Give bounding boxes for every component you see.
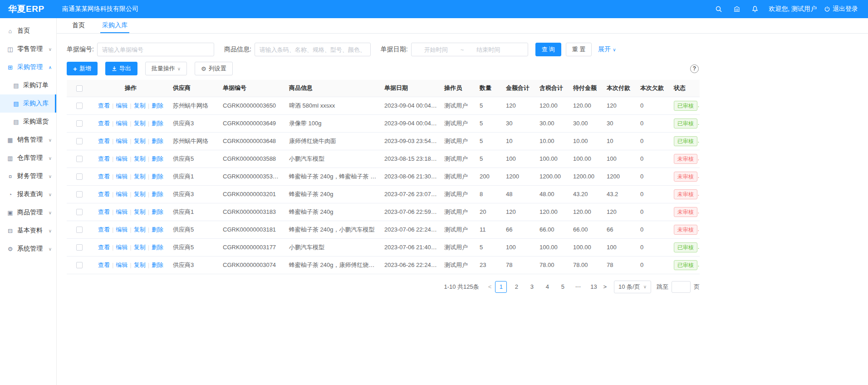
row-action-copy[interactable]: 复制 <box>134 102 146 109</box>
row-action-delete[interactable]: 删除 <box>152 208 163 215</box>
row-checkbox[interactable] <box>76 262 83 268</box>
row-action-view[interactable]: 查看 <box>98 138 110 144</box>
row-action-delete[interactable]: 删除 <box>152 120 163 127</box>
sidebar-item-goods[interactable]: ▣商品管理∨ <box>0 203 56 222</box>
pagination-page-5[interactable]: 5 <box>557 281 569 293</box>
pagination-page-2[interactable]: 2 <box>510 281 522 293</box>
prev-page-button[interactable]: < <box>485 283 495 290</box>
sidebar-item-basedata[interactable]: ⊟基本资料∨ <box>0 222 56 240</box>
row-checkbox[interactable] <box>76 191 83 197</box>
bill-no-input[interactable] <box>97 43 214 56</box>
start-date-input[interactable] <box>415 46 457 53</box>
search-button[interactable]: 查询 <box>535 43 561 56</box>
row-action-edit[interactable]: 编辑 <box>116 138 128 144</box>
row-action-edit[interactable]: 编辑 <box>116 191 128 197</box>
row-action-edit[interactable]: 编辑 <box>116 155 128 162</box>
notification-bell-icon[interactable] <box>751 5 759 13</box>
product-info-input[interactable] <box>255 43 371 56</box>
reset-button[interactable]: 重 置 <box>566 43 592 56</box>
row-checkbox[interactable] <box>76 156 83 162</box>
sidebar-item-warehouse[interactable]: ▥仓库管理∨ <box>0 149 56 167</box>
row-action-copy[interactable]: 复制 <box>134 155 146 162</box>
row-action-copy[interactable]: 复制 <box>134 262 146 268</box>
column-header-qty: 数量 <box>476 80 502 97</box>
date-range-picker[interactable]: ~ <box>411 43 528 56</box>
cell-operator: 测试用户 <box>441 150 476 168</box>
row-checkbox[interactable] <box>76 244 83 251</box>
row-action-copy[interactable]: 复制 <box>134 138 146 144</box>
sidebar-item-home[interactable]: ⌂首页 <box>0 22 56 40</box>
row-action-edit[interactable]: 编辑 <box>116 208 128 215</box>
row-checkbox[interactable] <box>76 173 83 180</box>
row-checkbox[interactable] <box>76 120 83 127</box>
row-action-delete[interactable]: 删除 <box>152 102 163 109</box>
row-checkbox[interactable] <box>76 103 83 109</box>
row-action-delete[interactable]: 删除 <box>152 244 163 251</box>
row-action-delete[interactable]: 删除 <box>152 155 163 162</box>
cell-qty: 5 <box>476 132 502 150</box>
sidebar-item-finance[interactable]: ¤财务管理∨ <box>0 167 56 185</box>
pagination-page-3[interactable]: 3 <box>526 281 538 293</box>
next-page-button[interactable]: > <box>600 283 609 290</box>
row-action-view[interactable]: 查看 <box>98 244 110 251</box>
cell-debt: 0 <box>637 238 670 256</box>
row-action-delete[interactable]: 删除 <box>152 191 163 197</box>
row-action-delete[interactable]: 删除 <box>152 262 163 268</box>
row-checkbox[interactable] <box>76 227 83 233</box>
row-action-copy[interactable]: 复制 <box>134 173 146 180</box>
row-action-copy[interactable]: 复制 <box>134 226 146 233</box>
row-action-delete[interactable]: 删除 <box>152 173 163 180</box>
row-action-view[interactable]: 查看 <box>98 102 110 109</box>
row-checkbox[interactable] <box>76 209 83 215</box>
batch-actions-button[interactable]: 批量操作 ∨ <box>145 62 187 75</box>
row-action-copy[interactable]: 复制 <box>134 244 146 251</box>
row-action-view[interactable]: 查看 <box>98 208 110 215</box>
row-checkbox[interactable] <box>76 138 83 144</box>
add-button[interactable]: + 新增 <box>67 62 98 75</box>
help-icon[interactable]: ? <box>690 64 699 73</box>
sidebar-item-purchase-in[interactable]: ▤采购入库 <box>0 94 56 113</box>
pagination-page-1[interactable]: 1 <box>495 281 507 293</box>
row-action-copy[interactable]: 复制 <box>134 208 146 215</box>
tab-purchase-in[interactable]: 采购入库 <box>100 18 129 33</box>
row-action-copy[interactable]: 复制 <box>134 120 146 127</box>
row-action-view[interactable]: 查看 <box>98 120 110 127</box>
logout-button[interactable]: 退出登录 <box>824 5 858 13</box>
row-action-delete[interactable]: 删除 <box>152 226 163 233</box>
row-action-view[interactable]: 查看 <box>98 262 110 268</box>
expand-link[interactable]: 展开 ∨ <box>598 45 616 54</box>
row-action-copy[interactable]: 复制 <box>134 191 146 197</box>
select-all-checkbox[interactable] <box>76 85 83 92</box>
row-action-view[interactable]: 查看 <box>98 155 110 162</box>
sidebar-item-label: 采购退货 <box>23 118 56 126</box>
row-action-delete[interactable]: 删除 <box>152 138 163 144</box>
row-action-view[interactable]: 查看 <box>98 191 110 197</box>
sidebar-item-sales[interactable]: ▦销售管理∨ <box>0 131 56 149</box>
row-action-edit[interactable]: 编辑 <box>116 226 128 233</box>
row-action-view[interactable]: 查看 <box>98 226 110 233</box>
sidebar-item-purchase-order[interactable]: ▤采购订单 <box>0 76 56 94</box>
sidebar-item-system[interactable]: ⚙系统管理∨ <box>0 240 56 258</box>
cell-bill-date: 2023-07-26 23:07:18 <box>381 185 441 203</box>
row-action-edit[interactable]: 编辑 <box>116 173 128 180</box>
sidebar-item-report[interactable]: ◔报表查询∨ <box>0 185 56 203</box>
row-action-edit[interactable]: 编辑 <box>116 102 128 109</box>
jump-page-input[interactable] <box>672 281 691 293</box>
row-action-edit[interactable]: 编辑 <box>116 120 128 127</box>
pagination-page-4[interactable]: 4 <box>541 281 553 293</box>
chevron-down-icon: ∨ <box>49 174 52 179</box>
bank-icon[interactable] <box>733 5 740 13</box>
export-button[interactable]: 导出 <box>105 62 137 75</box>
sidebar-item-purchase-return[interactable]: ▤采购退货 <box>0 113 56 131</box>
search-icon[interactable] <box>715 5 722 13</box>
sidebar-item-retail[interactable]: ◫零售管理∨ <box>0 40 56 58</box>
tab-home[interactable]: 首页 <box>70 18 87 33</box>
sidebar-item-purchase[interactable]: ⊞采购管理∧ <box>0 58 56 76</box>
row-action-edit[interactable]: 编辑 <box>116 262 128 268</box>
row-action-edit[interactable]: 编辑 <box>116 244 128 251</box>
row-action-view[interactable]: 查看 <box>98 173 110 180</box>
end-date-input[interactable] <box>467 46 509 53</box>
page-size-select[interactable]: 10 条/页 ∨ <box>614 281 651 293</box>
pagination-page-13[interactable]: 13 <box>588 281 599 293</box>
column-settings-button[interactable]: ⚙ 列设置 <box>195 62 233 75</box>
